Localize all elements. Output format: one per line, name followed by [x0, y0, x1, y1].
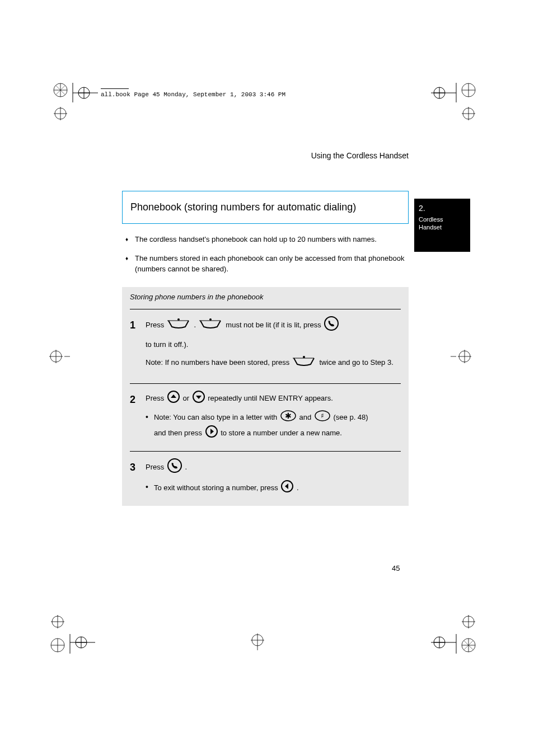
svg-text:✱: ✱ [285, 411, 292, 420]
crop-mark-tr [425, 83, 476, 122]
crop-mark-br [425, 614, 476, 654]
svg-point-66 [303, 356, 305, 358]
file-header: all.book Page 45 Monday, September 1, 20… [101, 91, 285, 98]
section-title-box: Phonebook (storing numbers for automatic… [122, 191, 409, 224]
crop-mark-bl [50, 614, 95, 654]
bullet-marker: ♦ [125, 235, 128, 245]
crop-mark-tl [53, 83, 98, 122]
step-number: 2 [130, 391, 140, 408]
instruction-panel: Storing phone numbers in the phonebook 1… [122, 287, 409, 506]
bullet-marker: ♦ [125, 254, 128, 275]
page-number: 45 [392, 564, 400, 572]
talk-icon [167, 458, 182, 477]
svg-point-61 [177, 318, 180, 321]
bullet-item-2: ♦ The numbers stored in each phonebook c… [122, 253, 409, 275]
up-arrow-icon [167, 391, 180, 407]
talk-icon [324, 316, 339, 335]
phonebook-icon [293, 355, 316, 370]
bullet-text-2: The numbers stored in each phonebook can… [135, 253, 409, 275]
bullet-text-1: The cordless handset's phonebook can hol… [135, 234, 377, 245]
hash-key-icon: ♯ [315, 410, 330, 425]
step-3: 3 Press . • To exit without storing a nu… [122, 452, 409, 506]
instruction-title: Storing phone numbers in the phonebook [122, 287, 409, 309]
side-tab-text: Cordless Handset [419, 216, 443, 231]
sub-bullet-marker: • [146, 410, 148, 442]
bullet-item-1: ♦ The cordless handset's phonebook can h… [122, 234, 409, 245]
step-number: 1 [130, 316, 140, 334]
phonebook-icon [167, 318, 191, 333]
header-overline [101, 88, 129, 89]
left-arrow-icon [281, 480, 293, 496]
side-tab: 2. Cordless Handset [414, 199, 470, 252]
side-tab-number: 2. [419, 203, 466, 213]
svg-point-63 [209, 318, 212, 321]
section-title: Phonebook (storing numbers for automatic… [130, 201, 400, 213]
svg-text:♯: ♯ [321, 412, 324, 420]
running-header: Using the Cordless Handset [122, 151, 409, 160]
crop-mark-ml [48, 348, 70, 365]
svg-point-74 [168, 459, 181, 472]
svg-point-64 [325, 317, 338, 330]
sub-bullet-marker: • [146, 480, 148, 496]
star-key-icon: ✱ [280, 410, 296, 425]
phonebook-icon [199, 318, 223, 333]
step-number: 3 [130, 458, 140, 476]
down-arrow-icon [193, 391, 205, 407]
right-arrow-icon [205, 425, 218, 442]
crop-mark-bc [246, 633, 269, 650]
step-2: 2 Press or repeatedly until NEW ENTRY ap… [122, 384, 409, 451]
step-1: 1 Press . must not be lit (if it is lit,… [122, 309, 409, 383]
crop-mark-mr [451, 348, 473, 365]
